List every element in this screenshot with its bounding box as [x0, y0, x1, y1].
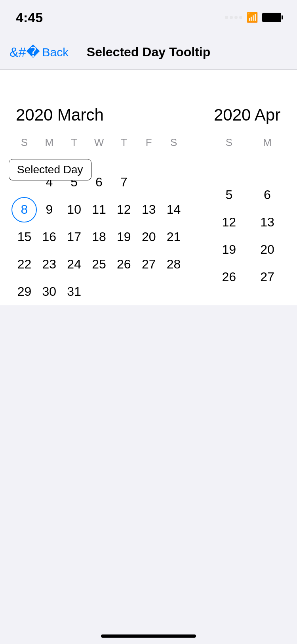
apr-day-21[interactable]: 21 — [286, 236, 297, 263]
weekday-fri: F — [136, 132, 161, 153]
apr-day-6[interactable]: 6 — [248, 181, 287, 209]
weekday-sun: S — [12, 132, 37, 153]
day-cell-empty — [161, 169, 186, 196]
day-cell-empty — [136, 169, 161, 196]
tooltip-day-cell[interactable]: Selected Day — [12, 156, 37, 169]
signal-icon — [225, 16, 242, 19]
day-7[interactable]: 7 — [111, 169, 136, 196]
wifi-icon: 📶 — [246, 12, 258, 23]
apr-day-27[interactable]: 27 — [248, 263, 287, 291]
day-10[interactable]: 10 — [62, 196, 87, 223]
april-weekday-header: S M T — [210, 132, 297, 153]
weekday-thu: T — [111, 132, 136, 153]
apr-weekday-sun: S — [210, 132, 248, 153]
status-time: 4:45 — [16, 10, 43, 25]
apr-empty — [286, 156, 297, 169]
april-grid: 5 6 7 12 13 14 19 20 21 26 27 28 — [210, 156, 297, 291]
day-30[interactable]: 30 — [37, 278, 62, 305]
day-29[interactable]: 29 — [12, 278, 37, 305]
day-cell-empty — [111, 278, 136, 305]
apr-day-7[interactable]: 7 — [286, 181, 297, 209]
status-bar: 4:45 📶 — [0, 0, 297, 35]
page-title: Selected Day Tooltip — [87, 45, 210, 59]
day-13[interactable]: 13 — [136, 196, 161, 223]
day-11[interactable]: 11 — [87, 196, 112, 223]
april-month-title: 2020 Apr — [210, 105, 297, 125]
day-cell-empty — [111, 156, 136, 169]
day-23[interactable]: 23 — [37, 251, 62, 278]
day-19[interactable]: 19 — [111, 223, 136, 251]
day-26[interactable]: 26 — [111, 251, 136, 278]
day-24[interactable]: 24 — [62, 251, 87, 278]
day-14[interactable]: 14 — [161, 196, 186, 223]
chevron-left-icon: &#� — [10, 45, 40, 59]
day-20[interactable]: 20 — [136, 223, 161, 251]
weekday-tue: T — [62, 132, 87, 153]
main-content: 2020 March S M T W T F S Selected Day — [0, 70, 297, 305]
day-16[interactable]: 16 — [37, 223, 62, 251]
day-9[interactable]: 9 — [37, 196, 62, 223]
calendar-wrapper: 2020 March S M T W T F S Selected Day — [0, 105, 297, 305]
march-calendar: 2020 March S M T W T F S Selected Day — [0, 105, 198, 305]
day-cell-empty — [87, 278, 112, 305]
day-12[interactable]: 12 — [111, 196, 136, 223]
apr-empty — [286, 169, 297, 181]
status-icons: 📶 — [225, 12, 281, 23]
day-8-selected[interactable]: 8 — [12, 196, 37, 223]
day-25[interactable]: 25 — [87, 251, 112, 278]
nav-bar: &#� Back Selected Day Tooltip — [0, 35, 297, 70]
day-27[interactable]: 27 — [136, 251, 161, 278]
apr-weekday-tue: T — [286, 132, 297, 153]
day-cell-empty — [161, 156, 186, 169]
day-21[interactable]: 21 — [161, 223, 186, 251]
apr-day-5[interactable]: 5 — [210, 181, 248, 209]
day-18[interactable]: 18 — [87, 223, 112, 251]
day-15[interactable]: 15 — [12, 223, 37, 251]
apr-day-20[interactable]: 20 — [248, 236, 287, 263]
apr-empty — [210, 156, 248, 169]
apr-day-26[interactable]: 26 — [210, 263, 248, 291]
weekday-sat: S — [161, 132, 186, 153]
day-28[interactable]: 28 — [161, 251, 186, 278]
day-cell-empty — [136, 278, 161, 305]
day-22[interactable]: 22 — [12, 251, 37, 278]
apr-day-28[interactable]: 28 — [286, 263, 297, 291]
apr-empty — [210, 169, 248, 181]
selected-day-tooltip: Selected Day — [9, 159, 91, 180]
march-grid: Selected Day 4 5 6 7 8 9 10 — [12, 156, 186, 305]
weekday-wed: W — [87, 132, 112, 153]
apr-day-12[interactable]: 12 — [210, 209, 248, 236]
home-indicator — [101, 634, 196, 638]
april-calendar: 2020 Apr S M T 5 6 7 12 — [198, 105, 297, 305]
apr-weekday-mon: M — [248, 132, 287, 153]
apr-day-19[interactable]: 19 — [210, 236, 248, 263]
apr-day-14[interactable]: 14 — [286, 209, 297, 236]
day-17[interactable]: 17 — [62, 223, 87, 251]
apr-day-13[interactable]: 13 — [248, 209, 287, 236]
battery-icon — [262, 13, 281, 22]
apr-empty — [248, 169, 287, 181]
day-cell-empty — [136, 156, 161, 169]
day-31[interactable]: 31 — [62, 278, 87, 305]
weekday-mon: M — [37, 132, 62, 153]
day-cell-empty — [161, 278, 186, 305]
march-weekday-header: S M T W T F S — [12, 132, 186, 153]
back-button[interactable]: &#� Back — [10, 46, 69, 59]
march-month-title: 2020 March — [12, 105, 186, 125]
back-label: Back — [42, 46, 69, 59]
apr-empty — [248, 156, 287, 169]
